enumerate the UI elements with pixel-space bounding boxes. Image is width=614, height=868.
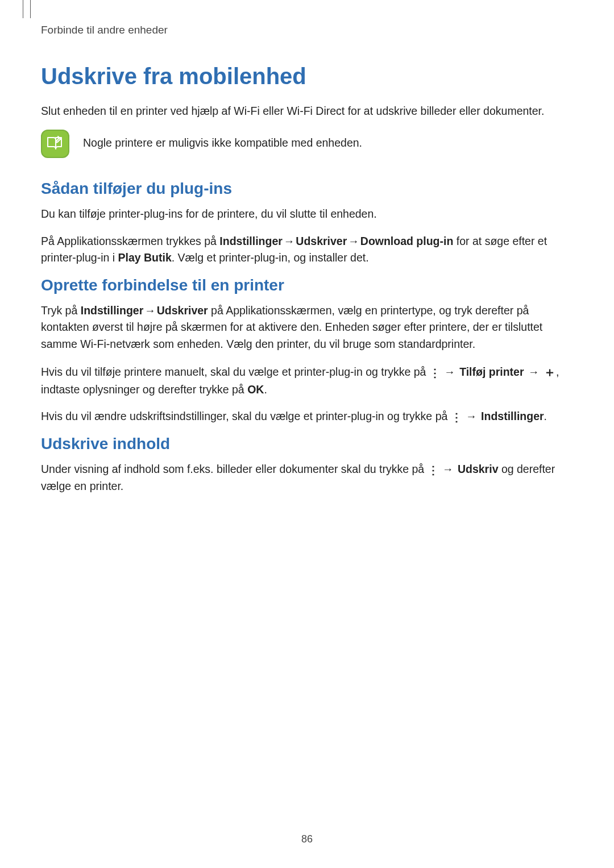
page-title: Udskrive fra mobilenhed bbox=[41, 64, 573, 89]
label-udskriver: Udskriver bbox=[296, 235, 347, 247]
page-content: Forbinde til andre enheder Udskrive fra … bbox=[0, 0, 614, 495]
arrow-icon: → bbox=[527, 364, 541, 380]
label-tilfoej-printer: Tilføj printer bbox=[459, 366, 524, 378]
text: På Applikationsskærmen trykkes på bbox=[41, 235, 219, 247]
section-heading-plugins: Sådan tilføjer du plug-ins bbox=[41, 180, 573, 198]
section-heading-connect: Oprette forbindelse til en printer bbox=[41, 276, 573, 294]
arrow-icon: → bbox=[347, 233, 360, 250]
arrow-icon: → bbox=[283, 233, 296, 250]
label-play-butik: Play Butik bbox=[118, 251, 171, 264]
label-download-plugin: Download plug-in bbox=[360, 235, 454, 247]
note-text: Nogle printere er muligvis ikke kompatib… bbox=[83, 130, 362, 156]
page-tab-mark bbox=[23, 0, 31, 18]
more-icon: ⋮ bbox=[429, 368, 440, 379]
label-indstillinger: Indstillinger bbox=[81, 304, 144, 317]
arrow-icon: → bbox=[464, 408, 478, 425]
page-number: 86 bbox=[0, 833, 614, 845]
text: Under visning af indhold som f.eks. bill… bbox=[41, 463, 428, 475]
section2-p1: Tryk på Indstillinger → Udskriver på App… bbox=[41, 302, 573, 352]
arrow-icon: → bbox=[443, 364, 457, 380]
label-udskriver: Udskriver bbox=[157, 304, 208, 317]
section2-p2: Hvis du vil tilføje printere manuelt, sk… bbox=[41, 363, 573, 398]
text: Hvis du vil tilføje printere manuelt, sk… bbox=[41, 366, 429, 378]
note-callout: Nogle printere er muligvis ikke kompatib… bbox=[41, 130, 573, 158]
section1-p2: På Applikationsskærmen trykkes på Indsti… bbox=[41, 233, 573, 267]
section3-p1: Under visning af indhold som f.eks. bill… bbox=[41, 461, 573, 495]
intro-paragraph: Slut enheden til en printer ved hjælp af… bbox=[41, 103, 573, 119]
label-indstillinger: Indstillinger bbox=[219, 235, 283, 247]
section-heading-print-content: Udskrive indhold bbox=[41, 435, 573, 453]
text: Tryk på bbox=[41, 304, 81, 317]
more-icon: ⋮ bbox=[451, 412, 462, 423]
label-ok: OK bbox=[247, 383, 264, 396]
running-header: Forbinde til andre enheder bbox=[41, 24, 573, 36]
label-udskriv: Udskriv bbox=[458, 463, 499, 475]
more-icon: ⋮ bbox=[428, 465, 438, 476]
text: Hvis du vil ændre udskriftsindstillinger… bbox=[41, 410, 451, 422]
section2-p3: Hvis du vil ændre udskriftsindstillinger… bbox=[41, 408, 573, 425]
arrow-icon: → bbox=[441, 461, 455, 477]
plus-icon: ＋ bbox=[544, 363, 556, 381]
label-indstillinger: Indstillinger bbox=[481, 410, 544, 422]
section1-p1: Du kan tilføje printer-plug-ins for de p… bbox=[41, 206, 573, 222]
note-icon bbox=[41, 130, 69, 158]
text: . Vælg et printer-plug-in, og installer … bbox=[172, 251, 369, 264]
arrow-icon: → bbox=[143, 302, 157, 319]
text: . bbox=[264, 383, 267, 396]
text: . bbox=[544, 410, 547, 422]
